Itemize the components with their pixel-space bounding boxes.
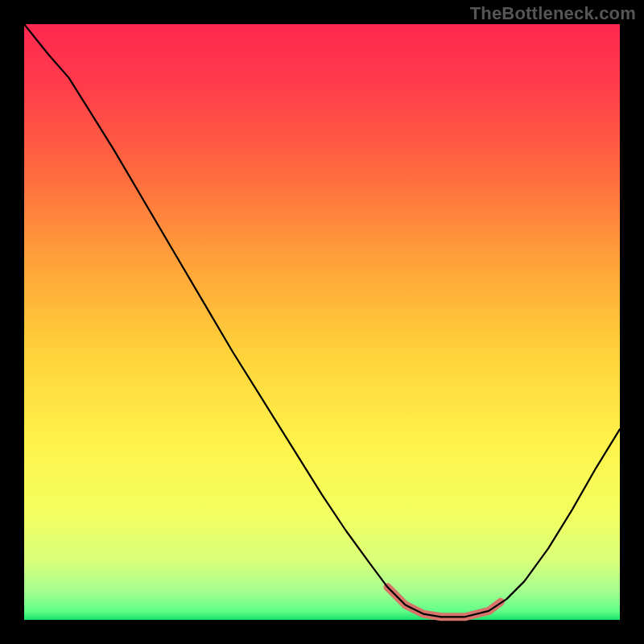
main-curve-path [24, 24, 620, 617]
curve-layer [24, 24, 620, 620]
watermark-text: TheBottleneck.com [470, 3, 636, 24]
plot-area [24, 24, 620, 620]
